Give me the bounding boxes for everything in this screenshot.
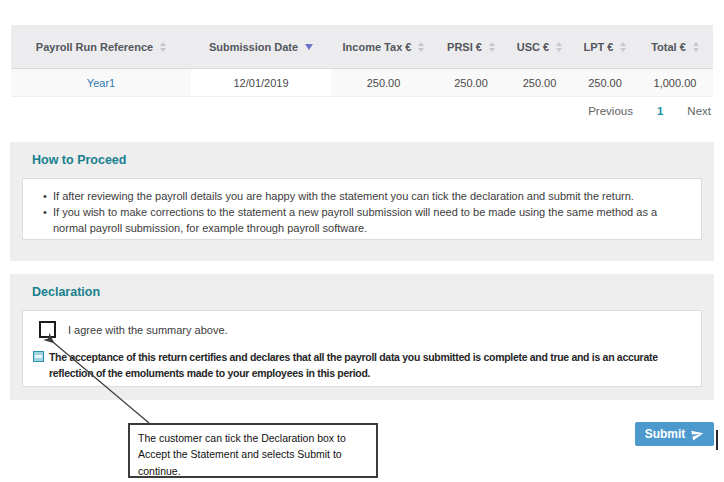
sort-idle-icon [620,42,626,52]
how-to-proceed-panel: How to Proceed If after reviewing the pa… [10,142,714,261]
submit-button-label: Submit [645,427,686,441]
cell-prsi: 250.00 [436,69,506,96]
sort-descending-icon [305,44,313,50]
pagination-previous[interactable]: Previous [588,105,633,117]
annotation-callout: The customer can tick the Declaration bo… [128,423,378,478]
sort-idle-icon [418,42,424,52]
declaration-title: Declaration [10,274,714,299]
sort-idle-icon [489,42,495,52]
declaration-checkbox-label: I agree with the summary above. [68,324,228,336]
sort-idle-icon [556,42,562,52]
column-header-usc[interactable]: USC € [506,41,573,53]
column-header-label: Income Tax € [343,41,412,53]
column-header-income-tax[interactable]: Income Tax € [331,41,436,53]
cell-lpt: 250.00 [573,69,637,96]
column-header-label: USC € [517,41,549,53]
payroll-run-link[interactable]: Year1 [87,77,115,89]
column-header-lpt[interactable]: LPT € [573,41,637,53]
cell-usc: 250.00 [506,69,573,96]
column-header-payroll-run-reference[interactable]: Payroll Run Reference [11,41,191,53]
cell-income-tax: 250.00 [331,69,436,96]
table-header-row: Payroll Run Reference Submission Date In… [11,25,713,68]
pagination-page-1[interactable]: 1 [657,105,663,117]
column-header-prsi[interactable]: PRSI € [436,41,506,53]
declaration-panel: Declaration I agree with the summary abo… [10,274,714,400]
column-header-label: Payroll Run Reference [36,41,153,53]
paper-plane-icon [690,426,705,441]
cell-total: 1,000.00 [637,69,713,96]
statement-row: The acceptance of this return certifies … [33,349,691,382]
cell-payroll-run-reference: Year1 [11,69,191,96]
sort-idle-icon [160,42,166,52]
sort-idle-icon [693,42,699,52]
column-header-submission-date[interactable]: Submission Date [191,41,331,53]
agree-row: I agree with the summary above. [39,321,691,338]
submit-button[interactable]: Submit [635,422,714,446]
pagination-next[interactable]: Next [687,105,711,117]
pagination: Previous 1 Next [588,105,711,117]
column-header-label: LPT € [584,41,614,53]
declaration-content: I agree with the summary above. The acce… [22,310,702,387]
info-toggle-icon [33,351,44,362]
declaration-statement: The acceptance of this return certifies … [49,349,691,382]
text-cursor-artifact [716,430,718,450]
bullet-item: If you wish to make corrections to the s… [41,205,687,237]
column-header-label: Total € [651,41,686,53]
how-to-proceed-bullets: If after reviewing the payroll details y… [41,189,687,237]
annotation-callout-text: The customer can tick the Declaration bo… [138,430,368,479]
bullet-item: If after reviewing the payroll details y… [41,189,687,205]
payroll-summary-table: Payroll Run Reference Submission Date In… [11,25,713,97]
table-row: Year1 12/01/2019 250.00 250.00 250.00 25… [11,68,713,97]
column-header-label: Submission Date [209,41,298,53]
cell-submission-date: 12/01/2019 [191,69,331,96]
how-to-proceed-title: How to Proceed [10,142,714,167]
column-header-label: PRSI € [447,41,482,53]
declaration-checkbox[interactable] [39,321,56,338]
how-to-proceed-content: If after reviewing the payroll details y… [22,178,702,240]
column-header-total[interactable]: Total € [637,41,713,53]
